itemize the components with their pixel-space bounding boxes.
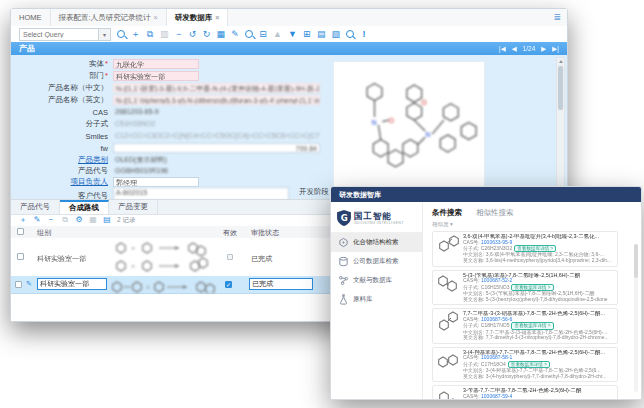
sidebar-item-raw-materials[interactable]: 原料库 xyxy=(331,290,422,309)
first-record-icon[interactable]: |◀ xyxy=(499,45,506,53)
add-icon[interactable]: ＋ xyxy=(131,29,140,39)
cas-link[interactable]: 1000687-58-1 xyxy=(481,355,512,360)
book-icon[interactable]: ▧ xyxy=(331,29,340,39)
tab-product-code[interactable]: 产品代号 xyxy=(11,200,60,214)
formula-value: C18H17NO5 xyxy=(481,322,510,328)
tab-product-change[interactable]: 产品变更 xyxy=(109,200,158,214)
alert-icon[interactable]: ! xyxy=(360,29,368,39)
name-cn-field[interactable]: N-([1,1'-联苯]-3-基)-9,9-二甲基-N-(4-(苯并呋喃-4-基… xyxy=(113,83,320,93)
section-title: 产品 xyxy=(19,43,35,54)
close-icon[interactable]: × xyxy=(154,14,158,21)
status-input[interactable] xyxy=(249,278,313,290)
chart-icon[interactable]: ▤ xyxy=(317,29,326,39)
fw-field[interactable]: 709.84 xyxy=(113,143,320,153)
database-icon xyxy=(338,256,349,267)
scrollbar-thumb[interactable] xyxy=(558,66,563,110)
cas-link[interactable]: 1000687-59-4 xyxy=(481,394,512,399)
move-up-icon[interactable]: ▲ xyxy=(273,29,282,39)
manager-field[interactable]: 郭经理 xyxy=(113,177,199,187)
row-checkbox[interactable] xyxy=(15,281,22,288)
result-card[interactable]: 5-(3-(苄氧基)苯基)-7,8-二氢喹啉-2,5(1H,6H)-二酮 CAS… xyxy=(432,270,618,306)
last-record-icon[interactable]: ▶| xyxy=(552,45,559,53)
print-icon[interactable]: ⊟ xyxy=(259,29,267,39)
result-card[interactable]: 3-(4-羟基苯基)-7,7-二甲基-7,8-二氢-2H-色烯-2,5(6H)-… xyxy=(432,347,618,383)
sidebar-item-company-db[interactable]: 公司数据库检索 xyxy=(331,252,422,271)
copy-icon[interactable]: ⧉ xyxy=(146,29,154,39)
smiles-value: C12=CC=C3OC2=C(N(C4=CC=C5OC(C4)=CC=C5C6=… xyxy=(113,131,320,141)
edit-row-icon[interactable]: ✎ xyxy=(33,215,41,225)
prev-record-icon[interactable]: ◀ xyxy=(512,45,517,53)
dialog-titlebar[interactable]: 研发数据智库 xyxy=(331,187,641,202)
tab-rd-database[interactable]: 研发数据库 × xyxy=(167,9,229,26)
tab-condition-search[interactable]: 条件搜索 xyxy=(432,208,462,218)
form-scrollbar[interactable] xyxy=(556,57,565,197)
db-detail-badge[interactable]: 查看数据库详情 > xyxy=(511,284,553,291)
cas-link[interactable]: 1000687-56-6 xyxy=(481,317,512,322)
tab-report-label: 报表配置:人员研究记录统计 xyxy=(59,13,151,23)
add-row-icon[interactable]: ＋ xyxy=(19,215,27,225)
report-icon[interactable]: ▤ xyxy=(103,215,111,225)
name-cn-label: 产品名称（中文） xyxy=(11,83,108,93)
zoom-icon[interactable] xyxy=(245,29,253,39)
sort-selector[interactable]: 相似度 ▾ xyxy=(432,221,631,228)
tab-synthesis-route[interactable]: 合成路线 xyxy=(60,200,109,214)
edit-pencil-icon[interactable]: ✎ xyxy=(26,280,32,288)
db-detail-badge[interactable]: 查看数据库详情 > xyxy=(511,322,553,329)
menu-icon[interactable]: ≣ xyxy=(553,12,561,22)
tab-home[interactable]: HOME xyxy=(11,9,51,26)
svg-text:N: N xyxy=(425,130,430,139)
search-icon[interactable] xyxy=(117,29,125,39)
grid-icon[interactable]: ▦ xyxy=(89,215,97,225)
manager-label-link[interactable]: 项目负责人 xyxy=(11,177,108,187)
structure-thumbnail xyxy=(436,311,460,333)
gear-icon[interactable]: ⚙ xyxy=(75,215,83,225)
results-scrollbar[interactable] xyxy=(634,244,638,392)
tab-similarity-search[interactable]: 相似性搜索 xyxy=(476,208,514,218)
formula-label: 分子式 xyxy=(11,119,108,129)
valid-checkbox-checked[interactable]: ✓ xyxy=(225,281,232,288)
entity-field[interactable]: 九联化学 xyxy=(113,59,199,69)
sidebar-item-structure-search[interactable]: 化合物结构检索 xyxy=(331,233,422,252)
name-en-field[interactable]: N-([1,1'-biphenyl]-3-yl)-N-(dibenzo[b,d]… xyxy=(113,95,320,105)
copy-row-icon[interactable]: ⧉ xyxy=(61,215,69,225)
grid-view-icon[interactable]: ▦ xyxy=(217,29,226,39)
close-icon[interactable]: × xyxy=(215,14,219,21)
undo-icon[interactable]: ↺ xyxy=(189,29,197,39)
dept-field[interactable]: 科研实验室一部 xyxy=(113,71,199,81)
dialog-content: 条件搜索 相似性搜索 相似度 ▾ 3,6-双(4-甲氧苯基)-2-甲基吡啶并[3… xyxy=(423,202,641,399)
save-icon[interactable]: ▥ xyxy=(160,29,169,39)
db-detail-badge[interactable]: 查看数据库详情 > xyxy=(514,245,556,252)
new-window-icon[interactable]: ⊞ xyxy=(303,29,311,39)
advanced-search-icon[interactable] xyxy=(346,29,354,39)
scroll-up-icon[interactable] xyxy=(559,60,563,63)
structure-thumbnail xyxy=(436,388,460,399)
result-card[interactable]: 3-苄基-7,7-二甲基-7,8-二氢-2H-色烯-2,5(6H)-二酮 CAS… xyxy=(432,385,618,399)
formula-label: 分子式: xyxy=(463,284,479,290)
result-card[interactable]: 7,7-二甲基-3-(3-硝基苯基)-7,8-二氢-2H-色烯-2,5(6H)-… xyxy=(432,308,618,344)
svg-text:+: + xyxy=(146,284,150,291)
cas-link[interactable]: 1000633-95-9 xyxy=(481,240,512,245)
remove-icon[interactable]: − xyxy=(175,29,183,39)
sidebar-item-literature[interactable]: 文献与数据库 xyxy=(331,271,422,290)
cas-link[interactable]: 1000687-52-2 xyxy=(481,278,512,283)
db-detail-badge[interactable]: 查看数据库详情 > xyxy=(508,361,550,368)
row-checkbox[interactable] xyxy=(17,253,24,260)
remove-row-icon[interactable]: − xyxy=(47,215,55,225)
scrollbar-thumb[interactable] xyxy=(634,244,638,278)
category-label-link[interactable]: 产品类别 xyxy=(11,155,108,165)
select-all-checkbox[interactable] xyxy=(17,228,24,235)
chevron-down-icon[interactable]: ▾ xyxy=(98,29,110,40)
dialog-body: G 国工智能 GUOGONG INTELLIGENT 化合物结构检索 xyxy=(331,202,641,399)
group-input[interactable] xyxy=(37,278,107,290)
valid-checkbox[interactable] xyxy=(227,254,233,260)
refresh-icon[interactable]: ↻ xyxy=(203,29,211,39)
edit-icon[interactable]: ✎ xyxy=(231,29,239,39)
tab-report-config[interactable]: 报表配置:人员研究记录统计 × xyxy=(51,9,167,26)
move-down-icon[interactable]: ▼ xyxy=(288,29,297,39)
query-input[interactable] xyxy=(20,30,98,39)
next-record-icon[interactable]: ▶ xyxy=(541,45,546,53)
dev-stage-label: 开发阶段 xyxy=(299,187,329,197)
search-tabs: 条件搜索 相似性搜索 xyxy=(432,208,631,218)
customer-textarea[interactable]: A-B02015 xyxy=(113,187,289,200)
result-card[interactable]: 3,6-双(4-甲氧苯基)-2-甲基吡啶并[3,4-b]吡嗪-2,3-二氢化..… xyxy=(432,231,618,267)
